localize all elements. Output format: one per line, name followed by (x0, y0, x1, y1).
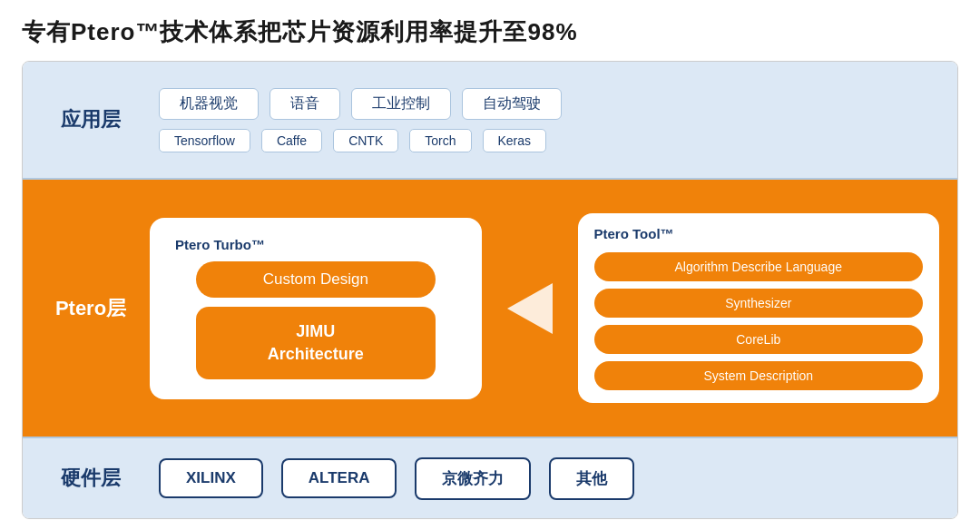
hw-xilinx: XILINX (159, 458, 263, 498)
framework-caffe: Caffe (261, 129, 322, 152)
ptero-tool-box: Ptero Tool™ Algorithm Describe Language … (578, 213, 939, 403)
ptero-layer: Ptero层 Ptero Turbo™ Custom Design JIMUAr… (23, 180, 957, 437)
hw-content: XILINX ALTERA 京微齐力 其他 (159, 457, 939, 500)
hw-layer-label: 硬件层 (41, 465, 141, 492)
arrow-left-icon (507, 283, 553, 334)
page: 专有Ptero™技术体系把芯片资源利用率提升至98% 应用层 机器视觉 语音 工… (0, 0, 980, 530)
tool-item-system: System Description (594, 361, 923, 390)
jimu-architecture-box: JIMUArchitecture (196, 307, 436, 379)
architecture-diagram: 应用层 机器视觉 语音 工业控制 自动驾驶 Tensorflow Caffe C… (22, 61, 958, 519)
tool-item-algorithm: Algorithm Describe Language (594, 252, 923, 281)
jimu-architecture-text: JIMUArchitecture (268, 320, 364, 366)
tool-item-synthesizer: Synthesizer (594, 289, 923, 318)
ptero-turbo-box: Ptero Turbo™ Custom Design JIMUArchitect… (150, 218, 482, 399)
framework-cntk: CNTK (333, 129, 398, 152)
hw-other: 其他 (549, 457, 634, 500)
arrow-container (498, 283, 562, 334)
hw-jingwei: 京微齐力 (415, 457, 531, 500)
framework-keras: Keras (483, 129, 547, 152)
ptero-tool-title: Ptero Tool™ (594, 226, 923, 241)
hw-layer: 硬件层 XILINX ALTERA 京微齐力 其他 (23, 437, 957, 518)
ptero-turbo-title: Ptero Turbo™ (175, 237, 265, 252)
page-title: 专有Ptero™技术体系把芯片资源利用率提升至98% (22, 16, 958, 48)
app-content: 机器视觉 语音 工业控制 自动驾驶 Tensorflow Caffe CNTK … (159, 88, 939, 152)
custom-design-box: Custom Design (196, 261, 436, 298)
framework-tensorflow: Tensorflow (159, 129, 250, 152)
tool-item-corelib: CoreLib (594, 325, 923, 354)
app-box-zidongjiaishi: 自动驾驶 (462, 88, 562, 120)
app-box-yuyin: 语音 (270, 88, 340, 120)
app-row-apps: 机器视觉 语音 工业控制 自动驾驶 (159, 88, 939, 120)
app-box-gongyekongzhi: 工业控制 (351, 88, 451, 120)
app-box-jiqishijue: 机器视觉 (159, 88, 259, 120)
app-layer-label: 应用层 (41, 106, 141, 133)
app-layer: 应用层 机器视觉 语音 工业控制 自动驾驶 Tensorflow Caffe C… (23, 62, 957, 180)
hw-altera: ALTERA (281, 458, 397, 498)
app-row-frameworks: Tensorflow Caffe CNTK Torch Keras (159, 129, 939, 152)
ptero-content: Ptero Turbo™ Custom Design JIMUArchitect… (150, 213, 939, 403)
ptero-layer-label: Ptero层 (41, 295, 141, 322)
framework-torch: Torch (409, 129, 471, 152)
